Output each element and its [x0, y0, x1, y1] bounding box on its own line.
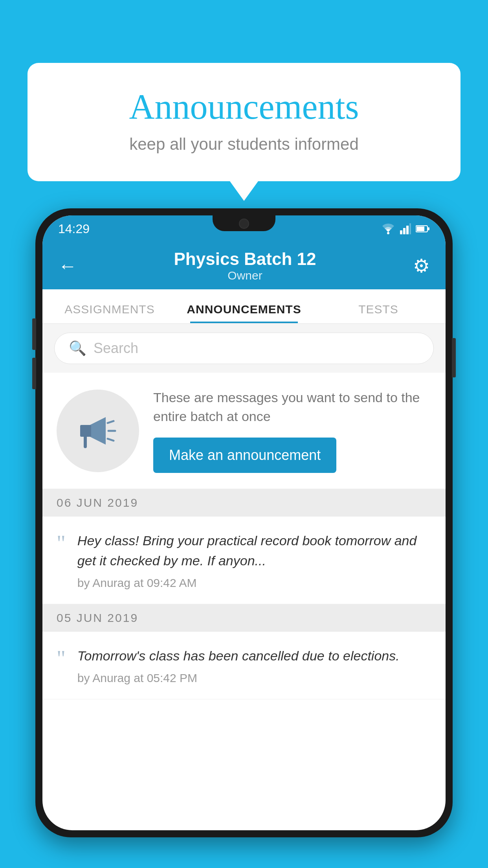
announcement-meta-2: by Anurag at 05:42 PM: [77, 671, 431, 685]
header-center: Physics Batch 12 Owner: [174, 249, 316, 282]
promo-icon-circle: [57, 390, 139, 472]
svg-rect-9: [80, 425, 91, 437]
announcement-meta-1: by Anurag at 09:42 AM: [77, 576, 431, 590]
batch-title: Physics Batch 12: [174, 249, 316, 269]
promo-description: These are messages you want to send to t…: [153, 388, 431, 426]
svg-line-10: [108, 421, 114, 423]
wifi-icon: [381, 223, 395, 234]
announcement-item-1[interactable]: " Hey class! Bring your practical record…: [42, 517, 446, 604]
quote-icon-2: ": [57, 647, 66, 669]
announcement-content-2: Tomorrow's class has been cancelled due …: [77, 646, 431, 685]
battery-icon: [416, 223, 430, 234]
phone-outer: 14:29: [35, 208, 453, 837]
speech-bubble-arrow: [230, 181, 258, 201]
speech-bubble: Announcements keep all your students inf…: [28, 63, 460, 181]
search-placeholder: Search: [94, 340, 138, 357]
volume-button-1: [32, 318, 36, 350]
batch-role: Owner: [174, 269, 316, 282]
svg-line-12: [108, 439, 114, 441]
volume-button-2: [32, 358, 36, 389]
search-icon: 🔍: [69, 340, 86, 357]
phone-screen: 14:29: [42, 215, 446, 830]
tab-bar: ASSIGNMENTS ANNOUNCEMENTS TESTS: [42, 289, 446, 324]
svg-rect-1: [400, 230, 402, 234]
power-button: [452, 338, 456, 377]
tab-assignments[interactable]: ASSIGNMENTS: [42, 303, 177, 323]
status-time: 14:29: [58, 222, 90, 236]
bubble-subtitle: keep all your students informed: [59, 135, 429, 154]
megaphone-icon: [74, 407, 121, 454]
signal-icon: [400, 223, 411, 234]
status-icons: [381, 223, 430, 234]
app-header: ← Physics Batch 12 Owner ⚙: [42, 242, 446, 289]
bubble-title: Announcements: [59, 86, 429, 127]
announcement-text-2: Tomorrow's class has been cancelled due …: [77, 646, 431, 666]
phone-wrapper: 14:29: [35, 208, 453, 868]
svg-rect-7: [428, 227, 429, 230]
notch: [213, 215, 275, 231]
settings-icon[interactable]: ⚙: [413, 255, 430, 277]
svg-point-0: [387, 232, 389, 234]
status-bar: 14:29: [42, 215, 446, 242]
announcement-content-1: Hey class! Bring your practical record b…: [77, 531, 431, 590]
date-separator-1: 06 JUN 2019: [42, 489, 446, 517]
svg-rect-6: [416, 226, 424, 231]
speech-bubble-wrapper: Announcements keep all your students inf…: [28, 63, 460, 201]
quote-icon-1: ": [57, 532, 66, 554]
tab-tests[interactable]: TESTS: [311, 303, 446, 323]
date-separator-2: 05 JUN 2019: [42, 604, 446, 632]
announcement-text-1: Hey class! Bring your practical record b…: [77, 531, 431, 571]
svg-rect-4: [409, 223, 411, 234]
promo-section: These are messages you want to send to t…: [42, 373, 446, 489]
announcement-item-2[interactable]: " Tomorrow's class has been cancelled du…: [42, 632, 446, 699]
promo-content: These are messages you want to send to t…: [153, 388, 431, 473]
search-container: 🔍 Search: [42, 324, 446, 373]
search-bar[interactable]: 🔍 Search: [54, 333, 434, 364]
svg-rect-3: [406, 226, 409, 234]
make-announcement-button[interactable]: Make an announcement: [153, 438, 336, 473]
front-camera: [239, 219, 249, 229]
tab-announcements[interactable]: ANNOUNCEMENTS: [177, 303, 311, 323]
back-button[interactable]: ←: [58, 255, 77, 277]
svg-rect-2: [403, 228, 405, 234]
